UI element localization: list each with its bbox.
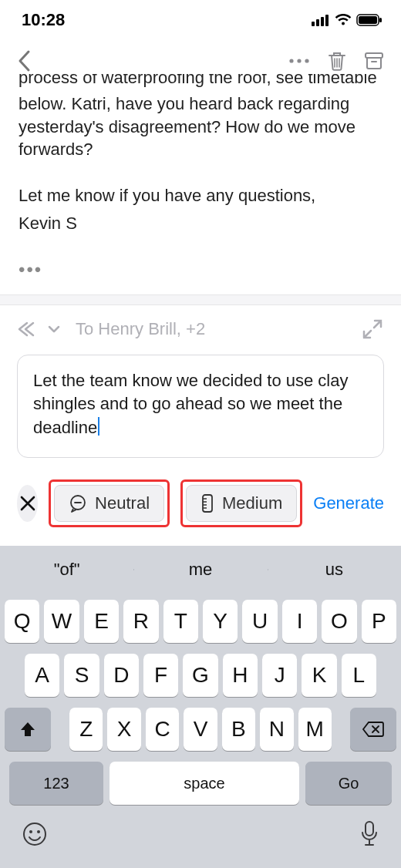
dictation-button[interactable] bbox=[359, 820, 379, 848]
length-selector[interactable]: Medium bbox=[186, 485, 297, 522]
svg-rect-0 bbox=[312, 22, 315, 26]
svg-rect-10 bbox=[366, 53, 382, 58]
emoji-button[interactable] bbox=[22, 821, 48, 847]
status-indicators bbox=[312, 14, 382, 26]
archive-button[interactable] bbox=[364, 51, 384, 71]
chat-tone-icon bbox=[69, 494, 87, 513]
key-s[interactable]: S bbox=[64, 654, 99, 697]
keyboard-suggestions: "of" me us bbox=[0, 546, 401, 594]
status-time: 10:28 bbox=[22, 10, 65, 30]
backspace-icon bbox=[362, 721, 385, 738]
key-row-bottom: 123 space Go bbox=[5, 762, 396, 812]
svg-rect-5 bbox=[359, 16, 377, 24]
key-shift[interactable] bbox=[5, 708, 51, 751]
show-more-button[interactable]: ••• bbox=[0, 248, 401, 294]
key-l[interactable]: L bbox=[342, 654, 376, 697]
key-g[interactable]: G bbox=[183, 654, 217, 697]
svg-rect-2 bbox=[321, 17, 324, 26]
key-u[interactable]: U bbox=[242, 600, 277, 643]
key-row-2: A S D F G H J K L bbox=[5, 654, 396, 697]
tone-highlight: Neutral bbox=[49, 479, 170, 527]
reply-header: To Henry Brill, +2 bbox=[0, 305, 401, 355]
svg-rect-16 bbox=[366, 822, 373, 836]
key-h[interactable]: H bbox=[223, 654, 258, 697]
back-button[interactable] bbox=[17, 49, 31, 72]
svg-rect-1 bbox=[316, 19, 319, 26]
more-options-button[interactable] bbox=[288, 58, 310, 64]
reply-type-selector[interactable] bbox=[17, 321, 60, 338]
length-highlight: Medium bbox=[180, 479, 302, 527]
suggestion-2[interactable]: me bbox=[133, 560, 267, 580]
key-b[interactable]: B bbox=[222, 708, 255, 751]
key-backspace[interactable] bbox=[350, 708, 396, 751]
battery-icon bbox=[356, 14, 382, 26]
email-body: process of waterproofing the roof, see t… bbox=[0, 82, 401, 248]
key-d[interactable]: D bbox=[104, 654, 139, 697]
delete-button[interactable] bbox=[327, 50, 347, 72]
keyboard: "of" me us Q W E R T Y U I O P A S D F G… bbox=[0, 546, 401, 868]
svg-rect-3 bbox=[325, 15, 329, 26]
key-z[interactable]: Z bbox=[69, 708, 103, 751]
wifi-icon bbox=[335, 14, 352, 26]
svg-point-15 bbox=[37, 830, 40, 833]
emoji-icon bbox=[22, 821, 48, 847]
svg-point-7 bbox=[289, 59, 293, 63]
key-row-1: Q W E R T Y U I O P bbox=[5, 600, 396, 643]
key-go[interactable]: Go bbox=[305, 762, 392, 805]
status-bar: 10:28 bbox=[0, 0, 401, 41]
key-c[interactable]: C bbox=[146, 708, 179, 751]
key-x[interactable]: X bbox=[107, 708, 140, 751]
expand-compose-button[interactable] bbox=[361, 318, 384, 341]
key-w[interactable]: W bbox=[44, 600, 79, 643]
tone-selector[interactable]: Neutral bbox=[54, 485, 164, 522]
key-p[interactable]: P bbox=[362, 600, 396, 643]
key-space[interactable]: space bbox=[110, 762, 299, 805]
key-a[interactable]: A bbox=[25, 654, 59, 697]
cellular-signal-icon bbox=[312, 14, 330, 26]
text-caret bbox=[98, 417, 99, 436]
key-k[interactable]: K bbox=[302, 654, 336, 697]
close-icon bbox=[19, 495, 36, 512]
microphone-icon bbox=[359, 820, 379, 848]
reply-all-icon bbox=[17, 321, 43, 338]
key-r[interactable]: R bbox=[123, 600, 158, 643]
key-i[interactable]: I bbox=[282, 600, 317, 643]
ruler-icon bbox=[200, 493, 214, 513]
dismiss-ai-button[interactable] bbox=[17, 485, 38, 522]
email-closing: Let me know if you have any questions, bbox=[19, 184, 382, 207]
email-paragraph: below. Katri, have you heard back regard… bbox=[19, 93, 382, 161]
svg-point-9 bbox=[305, 59, 308, 63]
key-v[interactable]: V bbox=[184, 708, 217, 751]
svg-rect-12 bbox=[203, 495, 212, 512]
svg-point-14 bbox=[29, 830, 32, 833]
suggestion-3[interactable]: us bbox=[268, 560, 401, 580]
key-e[interactable]: E bbox=[84, 600, 119, 643]
email-signature: Kevin S bbox=[19, 212, 382, 235]
length-label: Medium bbox=[222, 493, 282, 513]
key-f[interactable]: F bbox=[143, 654, 178, 697]
email-cut-line: process of waterproofing the roof, see t… bbox=[19, 74, 382, 93]
chevron-down-icon bbox=[48, 325, 60, 334]
key-numbers[interactable]: 123 bbox=[9, 762, 103, 805]
suggestion-1[interactable]: "of" bbox=[0, 560, 133, 580]
key-t[interactable]: T bbox=[163, 600, 198, 643]
key-n[interactable]: N bbox=[260, 708, 293, 751]
key-j[interactable]: J bbox=[262, 654, 297, 697]
generate-button[interactable]: Generate bbox=[313, 493, 384, 513]
reply-to-field[interactable]: To Henry Brill, +2 bbox=[76, 319, 352, 339]
svg-rect-6 bbox=[379, 18, 382, 22]
svg-point-13 bbox=[24, 823, 45, 845]
section-divider bbox=[0, 294, 401, 304]
keyboard-footer bbox=[0, 812, 401, 868]
key-y[interactable]: Y bbox=[203, 600, 238, 643]
key-m[interactable]: M bbox=[298, 708, 332, 751]
svg-point-8 bbox=[297, 59, 301, 63]
tone-label: Neutral bbox=[95, 493, 150, 513]
key-o[interactable]: O bbox=[322, 600, 356, 643]
ai-options-row: Neutral Medium Generate bbox=[0, 458, 401, 546]
shift-icon bbox=[19, 720, 37, 738]
key-q[interactable]: Q bbox=[5, 600, 39, 643]
compose-textarea[interactable]: Let the team know we decided to use clay… bbox=[17, 355, 384, 458]
compose-text: Let the team know we decided to use clay… bbox=[33, 371, 348, 438]
key-row-3: Z X C V B N M bbox=[5, 708, 396, 751]
